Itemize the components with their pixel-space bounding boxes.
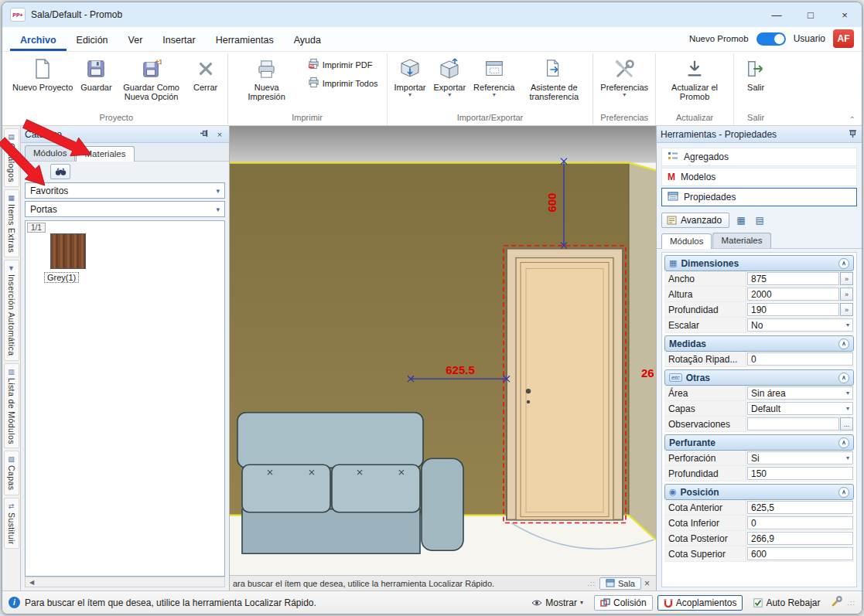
- capas-dropdown[interactable]: Default ▾: [747, 402, 853, 415]
- catalog-panel: Catálogo × Módulos Materiales Favoritos …: [21, 126, 230, 590]
- catalog-hscrollbar[interactable]: ◀: [25, 577, 225, 587]
- tab-modulos[interactable]: Módulos: [25, 145, 75, 161]
- menu-archivo[interactable]: Archivo: [10, 30, 67, 51]
- group-header-perfurante[interactable]: Perfurante ∧: [664, 434, 854, 451]
- collapse-chevron-icon[interactable]: ∧: [838, 487, 849, 498]
- cota-anterior-input[interactable]: 625,5: [747, 501, 853, 514]
- cota-posterior-input[interactable]: 266,9: [747, 532, 853, 545]
- exit-button[interactable]: Salir: [737, 53, 774, 112]
- reference-button[interactable]: Referencia ▾: [470, 53, 518, 112]
- quick-search-button[interactable]: [50, 164, 70, 179]
- resize-grip[interactable]: .::: [847, 599, 855, 607]
- splitter-grip[interactable]: .::: [587, 580, 596, 587]
- ancho-input[interactable]: 875: [747, 272, 839, 285]
- colision-button[interactable]: Colisión: [594, 595, 653, 611]
- group-header-medidas[interactable]: Medidas ∧: [664, 335, 854, 352]
- transfer-wizard-button[interactable]: Asistente de transferencia: [518, 53, 589, 112]
- minimize-button[interactable]: —: [760, 2, 794, 27]
- group-header-posicion[interactable]: ◉ Posición ∧: [664, 484, 854, 500]
- row-label: Profundidad: [664, 302, 746, 317]
- property-row-perforacion: Perforación Si ▾: [664, 451, 854, 466]
- mostrar-dropdown-button[interactable]: Mostrar ▾: [525, 595, 589, 611]
- preferences-button[interactable]: Preferencias ▾: [596, 53, 652, 112]
- transfer-wizard-icon: [543, 56, 565, 81]
- sidebar-item-items-extras[interactable]: ▦ Items Extras: [4, 189, 19, 257]
- save-as-new-option-button[interactable]: +1 Guardar Como Nueva Opción: [116, 53, 187, 112]
- user-avatar-badge[interactable]: AF: [833, 29, 854, 48]
- collapse-chevron-icon[interactable]: ∧: [838, 373, 849, 383]
- menu-ver[interactable]: Ver: [118, 30, 153, 51]
- profundidad-input[interactable]: 190: [747, 303, 839, 316]
- collapse-chevron-icon[interactable]: ∧: [838, 258, 849, 269]
- sidebar-item-sustituir[interactable]: ⇄ Sustituir: [4, 498, 19, 550]
- auto-rebajar-toggle[interactable]: Auto Rebajar: [747, 595, 826, 611]
- print-all-button[interactable]: Imprimir Todos: [304, 75, 382, 91]
- property-row-capas: Capas Default ▾: [664, 401, 854, 417]
- cota-inferior-input[interactable]: 0: [747, 516, 853, 529]
- nav-item-modelos[interactable]: M Modelos: [661, 168, 857, 186]
- area-dropdown[interactable]: Sin área ▾: [747, 386, 853, 400]
- wrench-icon[interactable]: [831, 596, 842, 609]
- perforacion-value: Si: [751, 453, 760, 464]
- import-button[interactable]: Importar ▾: [391, 53, 430, 112]
- expand-button[interactable]: »: [840, 272, 853, 285]
- row-label: Profundidad: [664, 466, 746, 481]
- nav-item-agregados[interactable]: Agregados: [661, 148, 857, 166]
- acoplamientos-button[interactable]: Acoplamientos: [657, 595, 743, 611]
- rotacao-input[interactable]: 0: [747, 352, 853, 366]
- expand-button[interactable]: »: [840, 303, 853, 316]
- cota-superior-input[interactable]: 600: [747, 547, 853, 560]
- group-title: Medidas: [669, 339, 706, 349]
- advanced-button[interactable]: Avanzado: [661, 213, 729, 228]
- sidebar-item-catalogos[interactable]: ▤ Catálogos: [4, 128, 19, 187]
- export-button[interactable]: Exportar ▾: [430, 53, 470, 112]
- menu-herramientas[interactable]: Herramientas: [206, 30, 284, 51]
- maximize-button[interactable]: □: [794, 2, 828, 27]
- save-button[interactable]: Guardar: [77, 53, 115, 112]
- print-pdf-button[interactable]: PDF Imprimir PDF: [304, 56, 382, 73]
- group-header-dimensiones[interactable]: ▦ Dimensiones ∧: [664, 255, 854, 271]
- group-header-otras[interactable]: etc Otras ∧: [664, 369, 854, 386]
- escalar-dropdown[interactable]: No ▾: [747, 318, 853, 332]
- props-tab-modulos[interactable]: Módulos: [661, 233, 712, 249]
- profundidad-perf-input[interactable]: 150: [747, 467, 853, 480]
- update-promob-button[interactable]: Actualizar el Promob: [659, 53, 730, 112]
- nuevo-promob-toggle[interactable]: [756, 32, 786, 46]
- catalog-close-icon[interactable]: ×: [214, 130, 225, 139]
- menu-edicion[interactable]: Edición: [67, 30, 118, 51]
- view-table-icon[interactable]: ▤: [753, 213, 767, 228]
- collapse-chevron-icon[interactable]: ∧: [838, 339, 849, 349]
- new-print-button[interactable]: Nueva Impresión: [231, 53, 302, 112]
- sidebar-item-capas[interactable]: ▧ Capas: [4, 451, 19, 495]
- props-tab-materiales[interactable]: Materiales: [712, 233, 770, 248]
- propiedades-icon: [668, 192, 678, 202]
- pin-icon[interactable]: [847, 129, 858, 140]
- ribbon-collapse-chevron-icon[interactable]: ⌃: [849, 115, 855, 124]
- scroll-left-icon[interactable]: ◀: [26, 579, 38, 586]
- sidebar-item-insercion-automatica[interactable]: ▼ Inserción Automática: [4, 260, 19, 360]
- scene-tab-close-icon[interactable]: ×: [644, 578, 650, 589]
- category-dropdown[interactable]: Portas ▾: [25, 201, 225, 217]
- tab-materiales[interactable]: Materiales: [76, 146, 134, 162]
- scene-canvas[interactable]: 600 625.5 26: [230, 126, 656, 575]
- door[interactable]: [507, 249, 623, 520]
- altura-input[interactable]: 2000: [747, 288, 839, 301]
- material-swatch-grey[interactable]: [50, 233, 86, 269]
- observaciones-input[interactable]: [747, 417, 839, 431]
- sidebar-item-lista-de-modulos[interactable]: ▥ Lista de Módulos: [4, 363, 19, 449]
- close-button[interactable]: ×: [828, 2, 862, 27]
- collapse-chevron-icon[interactable]: ∧: [838, 437, 849, 448]
- menu-ayuda[interactable]: Ayuda: [284, 30, 331, 51]
- favorites-dropdown[interactable]: Favoritos ▾: [25, 182, 225, 199]
- perforacion-dropdown[interactable]: Si ▾: [747, 451, 853, 465]
- expand-button[interactable]: »: [840, 288, 853, 301]
- scene-tab-sala[interactable]: Sala: [599, 577, 641, 590]
- ellipsis-button[interactable]: ...: [840, 417, 853, 431]
- nav-item-propiedades[interactable]: Propiedades: [661, 188, 857, 206]
- save-label: Guardar: [80, 83, 111, 92]
- new-project-button[interactable]: Nuevo Proyecto: [9, 53, 77, 112]
- pin-icon[interactable]: [199, 129, 210, 139]
- menu-insertar[interactable]: Insertar: [152, 30, 205, 51]
- view-grid-icon[interactable]: ▦: [733, 213, 748, 228]
- close-project-button[interactable]: Cerrar: [187, 53, 224, 112]
